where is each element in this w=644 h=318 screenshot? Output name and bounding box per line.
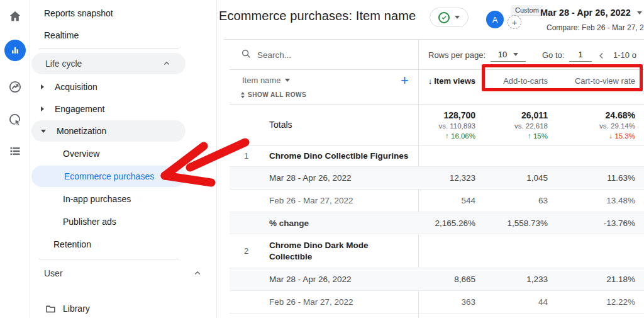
sidebar-item-label: Overview — [63, 149, 99, 159]
sidebar-item-label: Acquisition — [55, 82, 97, 92]
ga4-ecommerce-report-screen: { "colors": { "accent":"#1a73e8", "selec… — [0, 0, 644, 318]
page-title: Ecommerce purchases: Item name — [219, 9, 416, 23]
total-value: 26,011 — [478, 110, 548, 121]
advertising-icon[interactable] — [0, 105, 30, 135]
caret-down-icon — [637, 11, 642, 14]
period-label: Feb 26 - Mar 27, 2022 — [269, 291, 353, 313]
cell-item-views: 544 — [418, 190, 478, 212]
table-header-row: Item name + SHOW ALL ROWS ↓ Item views A… — [230, 70, 644, 105]
sidebar-item-library[interactable]: Library — [30, 298, 216, 318]
sidebar-item-ecommerce-purchases[interactable]: Ecommerce purchases — [31, 166, 186, 187]
show-all-rows-button[interactable]: SHOW ALL ROWS — [241, 91, 306, 98]
sidebar-item-label: Reports snapshot — [44, 8, 216, 18]
chevron-up-icon — [194, 270, 201, 277]
period-label: Mar 28 - Apr 26, 2022 — [269, 167, 352, 189]
sidebar-item-monetization[interactable]: Monetization — [31, 120, 186, 142]
cell-item-views: 2,165.26% — [418, 212, 478, 234]
table-row-period: Mar 28 - Apr 26, 2022 12,323 1,045 11.63… — [230, 167, 644, 190]
column-header-label: Add-to-carts — [503, 76, 548, 86]
total-vs: vs. 22,618 — [478, 121, 548, 131]
expand-right-icon — [41, 106, 44, 111]
sidebar-item-in-app-purchases[interactable]: In-app purchases — [30, 188, 216, 210]
goto-page-value: 1 — [578, 50, 582, 59]
cell-cart-to-view-rate: 11.63% — [550, 167, 644, 189]
app-icon-rail — [0, 0, 30, 318]
dimension-label: Item name — [242, 76, 280, 85]
cell-add-to-carts: 1,233 — [478, 268, 550, 290]
check-circle-icon — [438, 12, 450, 23]
search-input[interactable] — [257, 50, 383, 60]
add-column-button[interactable]: + — [401, 74, 409, 87]
rows-per-page-value: 10 — [498, 50, 507, 59]
custom-tooltip: Custom — [511, 5, 543, 15]
goto-label: Go to: — [542, 50, 564, 60]
sidebar-item-reports-snapshot[interactable]: Reports snapshot — [30, 4, 216, 22]
column-header-item-views[interactable]: ↓ Item views — [418, 70, 478, 104]
sidebar-item-label: Ecommerce purchases — [64, 171, 154, 181]
rows-per-page-select[interactable]: 10 — [491, 48, 526, 62]
compare-range-text: Compare: Feb 26 - Mar 27, 2022 — [547, 23, 644, 32]
add-comparison-button[interactable]: + — [508, 15, 521, 29]
sidebar-item-label: Publisher ads — [63, 217, 116, 227]
totals-row: Totals 128,700 vs. 110,893 ↑ 16.06% 26,0… — [230, 105, 644, 145]
total-change: ↓ 15.3% — [550, 131, 635, 141]
dimension-selector[interactable]: Item name — [242, 76, 290, 85]
search-icon — [241, 48, 251, 61]
avatar[interactable]: A — [486, 11, 504, 28]
caret-down-icon — [285, 79, 290, 82]
cell-item-views: 12,323 — [418, 167, 478, 189]
goto-page-input[interactable]: 1 — [569, 48, 592, 62]
cell-item-views: 363 — [418, 291, 478, 313]
totals-add-to-carts: 26,011 vs. 22,618 ↑ 15% — [478, 105, 550, 145]
column-header-add-to-carts[interactable]: Add-to-carts — [478, 70, 550, 104]
sidebar-item-overview[interactable]: Overview — [30, 143, 216, 164]
configure-icon[interactable] — [0, 136, 30, 166]
totals-cart-to-view-rate: 24.68% vs. 29.14% ↓ 15.3% — [550, 105, 644, 145]
sidebar-item-label: Engagement — [55, 104, 104, 114]
total-change: ↑ 16.06% — [418, 131, 475, 141]
table-row-item: 2 Chrome Dino Dark Mode Collectible — [230, 234, 644, 268]
cell-add-to-carts: 44 — [478, 291, 550, 313]
cell-cart-to-view-rate: 21.18% — [550, 268, 644, 290]
sidebar-item-realtime[interactable]: Realtime — [30, 26, 216, 44]
totals-item-views: 128,700 vs. 110,893 ↑ 16.06% — [418, 105, 478, 145]
item-name: Chrome Dino Dark Mode Collectible — [269, 234, 411, 268]
expand-rows-icon — [241, 92, 245, 98]
section-label: Life cycle — [45, 59, 163, 69]
column-header-cart-to-view-rate[interactable]: Cart-to-view rate — [550, 70, 644, 104]
reports-icon-active-circle — [4, 40, 26, 61]
pagination-range-text: 1-10 o — [613, 50, 636, 60]
date-range-text: Mar 28 - Apr 26, 2022 — [540, 8, 631, 18]
sidebar-item-acquisition[interactable]: Acquisition — [30, 76, 216, 98]
column-header-label: Cart-to-view rate — [575, 76, 635, 86]
period-label: Feb 26 - Mar 27, 2022 — [269, 190, 353, 212]
table-row-period: Feb 26 - Mar 27, 2022 544 63 13.48% — [230, 190, 644, 212]
sidebar-item-label: In-app purchases — [63, 194, 131, 204]
sidebar-item-retention[interactable]: Retention — [30, 234, 216, 255]
total-vs: vs. 29.14% — [550, 121, 635, 131]
cell-add-to-carts: 63 — [478, 190, 550, 212]
cell-item-views: 8,665 — [418, 268, 478, 290]
row-number: 2 — [244, 234, 248, 268]
reports-icon[interactable] — [0, 35, 30, 65]
cell-add-to-carts: 1,558.73% — [478, 212, 550, 234]
total-vs: vs. 110,893 — [418, 121, 475, 131]
explore-icon[interactable] — [0, 72, 30, 102]
sidebar-item-engagement[interactable]: Engagement — [30, 98, 216, 120]
folder-icon — [45, 304, 56, 314]
item-name: Chrome Dino Collectible Figurines — [269, 145, 411, 166]
sort-down-icon: ↓ — [428, 76, 433, 86]
show-all-rows-label: SHOW ALL ROWS — [248, 91, 306, 98]
report-status-dropdown[interactable] — [430, 8, 469, 27]
section-user[interactable]: User — [30, 264, 216, 283]
cell-cart-to-view-rate: 12.22% — [550, 291, 644, 313]
home-icon[interactable] — [0, 1, 30, 31]
section-life-cycle[interactable]: Life cycle — [31, 53, 186, 74]
cell-cart-to-view-rate: -13.76% — [550, 212, 644, 234]
sidebar-item-publisher-ads[interactable]: Publisher ads — [30, 211, 216, 232]
sidebar-item-label: Monetization — [57, 126, 106, 136]
date-range-selector[interactable]: Mar 28 - Apr 26, 2022 — [540, 8, 642, 18]
period-label: Mar 28 - Apr 26, 2022 — [269, 268, 352, 290]
previous-page-icon[interactable] — [597, 51, 606, 62]
table-row-period: Feb 26 - Mar 27, 2022 363 44 12.22% — [230, 291, 644, 314]
